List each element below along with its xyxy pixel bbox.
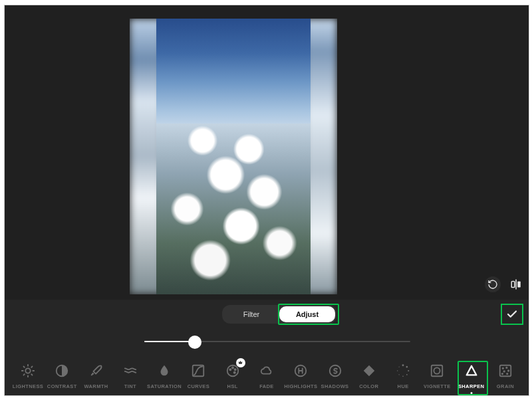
tool-contrast[interactable]: CONTRAST	[45, 363, 78, 389]
brush-icon	[89, 363, 104, 381]
tool-highlights[interactable]: HIGHLIGHTS	[284, 363, 317, 389]
tool-curves[interactable]: CURVES	[182, 363, 215, 389]
svg-point-9	[234, 369, 235, 370]
tool-shadows[interactable]: SHADOWS	[319, 363, 352, 389]
svg-rect-1	[511, 282, 515, 288]
tool-label: GRAIN	[497, 383, 514, 389]
tool-lightness[interactable]: LIGHTNESS	[11, 363, 45, 389]
tool-label: COLOR	[359, 383, 378, 389]
svg-point-3	[25, 368, 30, 373]
svg-point-14	[406, 365, 408, 367]
circle-s-icon	[328, 363, 342, 381]
tab-adjust[interactable]: Adjust	[279, 306, 335, 322]
svg-rect-0	[515, 280, 517, 290]
tool-label: CURVES	[188, 383, 210, 389]
slider-thumb[interactable]	[188, 336, 201, 349]
svg-point-19	[397, 370, 398, 371]
undo-button[interactable]	[485, 276, 501, 292]
slider-fill	[144, 341, 195, 342]
tool-label: WARMTH	[84, 383, 108, 389]
tool-sharpen[interactable]: SHARPEN	[455, 363, 488, 389]
svg-point-20	[399, 366, 400, 367]
svg-point-8	[232, 367, 233, 368]
tool-label: HUE	[398, 383, 409, 389]
confirm-button[interactable]	[501, 304, 523, 325]
vignette-icon	[430, 363, 444, 381]
adjust-panel: Filter Adjust LIGHTNESSCONTRASTWARMTHTIN…	[5, 300, 529, 395]
tool-hue[interactable]: HUE	[386, 363, 420, 389]
tool-label: HSL	[227, 383, 238, 389]
svg-rect-21	[432, 365, 443, 376]
tool-label: HIGHLIGHTS	[284, 383, 317, 389]
svg-point-22	[434, 367, 440, 373]
svg-point-13	[402, 364, 404, 366]
waves-icon	[123, 363, 138, 381]
circle-h-icon	[293, 363, 308, 381]
intensity-slider[interactable]	[144, 336, 410, 349]
tool-label: VIGNETTE	[424, 383, 451, 389]
half-circle-icon	[55, 363, 69, 381]
tool-hsl[interactable]: HSL	[216, 363, 249, 389]
diamond-icon	[362, 363, 376, 381]
photo-editor-app: Filter Adjust LIGHTNESSCONTRASTWARMTHTIN…	[4, 5, 529, 396]
loading-icon	[396, 363, 410, 381]
tool-saturation[interactable]: SATURATION	[148, 363, 181, 389]
photo-frame	[130, 19, 337, 294]
tool-label: SATURATION	[147, 383, 182, 389]
tool-grain[interactable]: GRAIN	[489, 363, 522, 389]
tool-label: FADE	[259, 383, 274, 389]
svg-point-24	[503, 367, 503, 368]
svg-point-15	[408, 369, 409, 371]
triangle-icon	[464, 363, 479, 381]
tool-color[interactable]: COLOR	[352, 363, 386, 389]
svg-point-10	[233, 371, 235, 373]
tool-label: CONTRAST	[47, 383, 77, 389]
photo-preview	[156, 19, 311, 294]
svg-point-25	[506, 367, 507, 367]
adjust-tools-row: LIGHTNESSCONTRASTWARMTHTINTSATURATIONCUR…	[5, 357, 529, 395]
svg-rect-2	[517, 282, 521, 288]
curve-box-icon	[191, 363, 205, 381]
svg-point-26	[508, 370, 509, 371]
tool-warmth[interactable]: WARMTH	[80, 363, 113, 389]
premium-badge-icon	[236, 358, 245, 367]
tab-filter[interactable]: Filter	[223, 306, 279, 322]
canvas-side-actions	[485, 276, 523, 292]
tool-label: LIGHTNESS	[13, 383, 44, 389]
svg-point-18	[398, 374, 399, 375]
tool-tint[interactable]: TINT	[114, 363, 147, 389]
tool-label: SHARPEN	[458, 383, 484, 389]
sun-icon	[21, 363, 35, 381]
tool-label: TINT	[124, 383, 136, 389]
cloud-icon	[259, 363, 274, 381]
drop-icon	[157, 363, 172, 381]
svg-point-27	[503, 371, 504, 371]
grain-icon	[498, 363, 513, 381]
compare-icon[interactable]	[509, 277, 523, 292]
mode-segmented-control: Filter Adjust	[222, 305, 336, 324]
tool-label: SHADOWS	[321, 383, 349, 389]
tool-fade[interactable]: FADE	[250, 363, 283, 389]
svg-point-28	[502, 373, 503, 373]
canvas-area	[5, 5, 529, 300]
svg-point-16	[406, 373, 408, 375]
svg-point-17	[402, 375, 404, 377]
svg-point-7	[229, 369, 231, 370]
tool-vignette[interactable]: VIGNETTE	[420, 363, 454, 389]
svg-point-29	[507, 373, 507, 373]
